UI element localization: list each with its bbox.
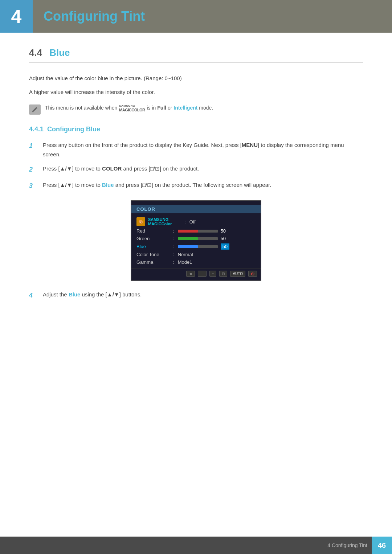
steps-list: 1 Press any button on the front of the p… (29, 140, 363, 191)
step-4-blue: Blue (69, 291, 81, 297)
osd-color-tone-value: Normal (178, 252, 193, 257)
osd-blue-bar-bg (178, 245, 218, 248)
section-title: Blue (49, 47, 70, 58)
osd-blue-bar-container: 50 (178, 243, 256, 250)
step-2: 2 Press [▲/▼] to move to COLOR and press… (29, 164, 363, 175)
step-2-arrows: ▲/▼ (60, 165, 72, 172)
osd-red-value: 50 (221, 228, 228, 234)
osd-row-red: Red : 50 (131, 227, 261, 235)
step-1-key-menu: MENU (242, 142, 258, 148)
osd-nav-bar: ◄ — + ⊡ AUTO ⏻ (131, 268, 261, 278)
osd-brand-row: 🎨 SAMSUNGMAGICColor : Off (131, 216, 261, 227)
section-heading: 4.4 Blue (29, 47, 363, 63)
osd-nav-left: ◄ (186, 271, 195, 277)
osd-color-tone-label: Color Tone (136, 252, 173, 257)
main-content: 4.4 Blue Adjust the value of the color b… (0, 33, 392, 335)
chapter-number-area: 4 (0, 0, 33, 33)
step-2-text: Press [▲/▼] to move to COLOR and press [… (43, 164, 363, 173)
osd-brand-icon: 🎨 (136, 217, 145, 226)
osd-red-bar-bg (178, 230, 218, 233)
osd-red-bar-container: 50 (178, 228, 256, 234)
page-footer: 4 Configuring Tint 46 (0, 537, 392, 554)
chapter-number: 4 (0, 0, 33, 33)
section-number: 4.4 (29, 47, 42, 58)
osd-row-blue: Blue : 50 (131, 242, 261, 251)
osd-blue-value: 50 (221, 243, 229, 250)
osd-green-label: Green (136, 236, 173, 241)
osd-gamma-value: Mode1 (178, 259, 192, 265)
note-prefix: This menu is not available when (45, 105, 119, 111)
pencil-icon (31, 106, 38, 113)
description-1: Adjust the value of the color blue in th… (29, 74, 363, 83)
step-4-arrows: ▲/▼ (107, 291, 119, 297)
osd-screenshot-container: COLOR 🎨 SAMSUNGMAGICColor : Off Red : 50 (29, 200, 363, 281)
osd-row-color-tone: Color Tone : Normal (131, 251, 261, 258)
note-or: or (166, 105, 173, 111)
note-full: Full (157, 105, 166, 111)
step-3-arrows: ▲/▼ (60, 182, 72, 188)
osd-green-bar-bg (178, 237, 218, 240)
osd-blue-label: Blue (136, 244, 173, 249)
osd-nav-enter: ⊡ (219, 271, 227, 277)
note-box: This menu is not available when SAMSUNGM… (29, 104, 363, 115)
step-3-blue: Blue (102, 182, 114, 188)
osd-brand-value: Off (189, 219, 196, 225)
osd-blue-bar-fill (178, 245, 198, 248)
subsection-number: 4.4.1 (29, 126, 44, 133)
steps-list-2: 4 Adjust the Blue using the [▲/▼] button… (29, 290, 363, 301)
step-3-text: Press [▲/▼] to move to Blue and press [□… (43, 180, 363, 190)
osd-row-gamma: Gamma : Mode1 (131, 258, 261, 266)
osd-nav-power: ⏻ (248, 271, 257, 277)
step-1-number: 1 (29, 140, 40, 152)
subsection-title: Configuring Blue (47, 126, 100, 133)
osd-green-value: 50 (221, 236, 228, 241)
osd-title: COLOR (131, 205, 261, 213)
osd-nav-plus: + (209, 271, 217, 277)
footer-page-number: 46 (372, 537, 392, 554)
step-1: 1 Press any button on the front of the p… (29, 140, 363, 159)
osd-row-green: Green : 50 (131, 235, 261, 242)
osd-red-bar-fill (178, 230, 198, 233)
note-intelligent: Intelligent (173, 105, 197, 111)
step-2-number: 2 (29, 164, 40, 175)
osd-brand-label: SAMSUNGMAGICColor (148, 217, 184, 226)
step-4-text: Adjust the Blue using the [▲/▼] buttons. (43, 290, 363, 299)
subsection-heading: 4.4.1 Configuring Blue (29, 126, 363, 133)
chapter-header: 4 Configuring Tint (0, 0, 392, 33)
osd-green-bar-container: 50 (178, 236, 256, 241)
osd-gamma-label: Gamma (136, 259, 173, 265)
osd-menu: COLOR 🎨 SAMSUNGMAGICColor : Off Red : 50 (131, 200, 261, 281)
brand-magic-color: SAMSUNGMAGICColor (119, 104, 145, 112)
osd-nav-auto: AUTO (230, 271, 245, 277)
step-4: 4 Adjust the Blue using the [▲/▼] button… (29, 290, 363, 301)
osd-red-label: Red (136, 228, 173, 234)
note-end: mode. (197, 105, 213, 111)
step-3-number: 3 (29, 180, 40, 192)
step-3: 3 Press [▲/▼] to move to Blue and press … (29, 180, 363, 192)
note-text: This menu is not available when SAMSUNGM… (45, 104, 213, 112)
note-suffix: is in (146, 105, 158, 111)
note-icon (29, 104, 41, 115)
footer-text: 4 Configuring Tint (327, 542, 372, 548)
description-2: A higher value will increase the intensi… (29, 87, 363, 97)
step-1-text: Press any button on the front of the pro… (43, 140, 363, 159)
step-2-color: COLOR (102, 165, 122, 172)
step-4-number: 4 (29, 290, 40, 301)
osd-green-bar-fill (178, 237, 198, 240)
chapter-title: Configuring Tint (44, 9, 145, 24)
osd-nav-minus: — (198, 271, 207, 277)
